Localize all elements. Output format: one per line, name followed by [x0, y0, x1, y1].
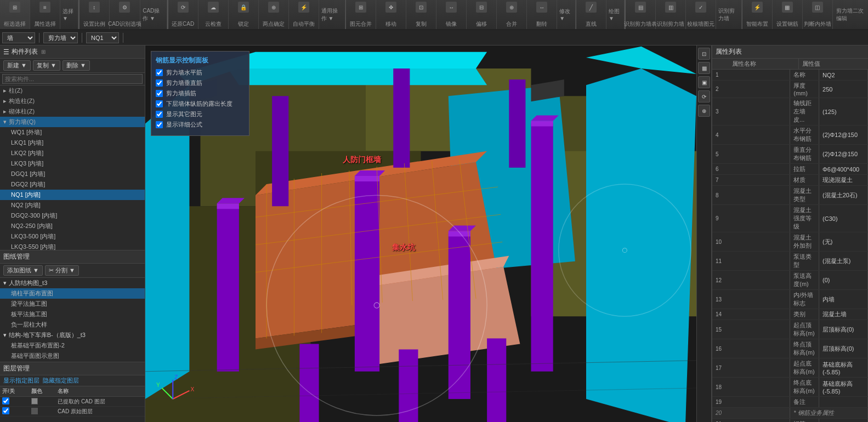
layer-1-checkbox[interactable]	[0, 397, 29, 407]
layer-row-2[interactable]: CAD 原始图层	[0, 407, 145, 417]
toolbar-judge-wall[interactable]: ◫ 判断内外墙	[803, 0, 833, 29]
drawing-group-1-header[interactable]: ▾ 人防结构图_t3	[0, 278, 145, 288]
cad-ops-label[interactable]: CAD操作 ▼	[143, 7, 164, 22]
rebar-option-2[interactable]: 剪力墙垂直筋	[156, 79, 245, 87]
rebar-option-1[interactable]: 剪力墙水平筋	[156, 69, 245, 77]
toolbar-lock[interactable]: 🔒 锁定	[229, 0, 259, 29]
id-wall-sub-label[interactable]: 识别剪力墙	[718, 7, 739, 22]
hide-layer-btn[interactable]: 隐藏指定图层	[43, 377, 79, 385]
new-component-btn[interactable]: 新建 ▼	[3, 60, 31, 71]
prop-row-4[interactable]: 4 水平分布钢筋 (2)Φ12@150	[712, 126, 868, 145]
toolbar-smart-layout[interactable]: ⚡ 智能布置	[742, 0, 773, 29]
add-drawing-btn[interactable]: 添加图纸 ▼	[3, 265, 43, 276]
rebar-cb-3[interactable]	[156, 90, 163, 97]
toolbar-line[interactable]: ╱ 直线	[576, 0, 606, 29]
toolbar-identify-wall-table[interactable]: ▤ 识别剪力墙表	[626, 0, 656, 29]
search-input[interactable]	[2, 74, 143, 84]
prop-row-18[interactable]: 18 终点底标高(m) 基础底标高(-5.85)	[712, 378, 868, 397]
drawing-item-beam[interactable]: 梁平法施工图	[0, 299, 145, 309]
toolbar-cloud-check[interactable]: ☁ 云检查	[198, 0, 229, 29]
category-construct-col[interactable]: ▸构造柱(Z)	[0, 96, 145, 106]
show-layer-btn[interactable]: 显示指定图层	[3, 377, 39, 385]
toolbar-flip[interactable]: ↔ 翻转	[527, 0, 557, 29]
toolbar-check-wall[interactable]: ✓ 校核墙图元	[686, 0, 716, 29]
wall-item-lkq3-550[interactable]: LKQ3-550 [内墙]	[0, 242, 145, 250]
prop-row-14[interactable]: 14 类别 混凝土墙	[712, 309, 868, 320]
wall-item-lkq3[interactable]: LKQ3 [内墙]	[0, 158, 145, 169]
rebar-option-3[interactable]: 剪力墙插筋	[156, 89, 245, 98]
draw-label[interactable]: 绘图 ▼	[609, 8, 622, 21]
prop-row-10[interactable]: 10 混凝土外加剂 (无)	[712, 232, 868, 252]
drawing-group-2-header[interactable]: ▾ 结构-地下车库B-（底版）_t3	[0, 330, 145, 340]
wall-item-nq1[interactable]: NQ1 [内墙]	[0, 190, 145, 200]
copy-component-btn[interactable]: 复制 ▼	[33, 60, 60, 71]
prop-row-19[interactable]: 19 备注	[712, 397, 868, 408]
drawing-item-col-detail[interactable]: 负一层柱大样	[0, 320, 145, 330]
prop-row-7[interactable]: 7 材质 现浇混凝土	[712, 175, 868, 186]
center-3d-view[interactable]: X Y Z 钢筋显示控制面板 剪力墙水平筋 剪力墙垂直筋 剪力墙插筋	[145, 45, 696, 422]
category-brick-col[interactable]: ▸砌体柱(Z)	[0, 106, 145, 117]
rebar-cb-4[interactable]	[156, 100, 163, 107]
toolbar-restore-cad[interactable]: ⟳ 还原CAD	[168, 0, 198, 29]
toolbar-move[interactable]: ✥ 移动	[376, 0, 406, 29]
prop-row-16[interactable]: 16 终点顶标高(m) 层顶标高(0)	[712, 339, 868, 358]
prop-row-8[interactable]: 8 混凝土类型 (混凝土20石)	[712, 186, 868, 205]
toolbar-select[interactable]: ⊞ 框选选择	[0, 0, 30, 29]
prop-row-20[interactable]: 20 * 钢筋业务属性	[712, 408, 868, 419]
wall-item-dgq1[interactable]: DGQ1 [内墙]	[0, 169, 145, 179]
rebar-cb-1[interactable]	[156, 69, 163, 76]
toolbar-two-point[interactable]: ⊕ 两点确定	[259, 0, 289, 29]
view-icon-2[interactable]: ▦	[698, 62, 710, 74]
wall-item-nq2[interactable]: NQ2 [内墙]	[0, 200, 145, 210]
prop-row-15[interactable]: 15 起点顶标高(m) 层顶标高(0)	[712, 320, 868, 339]
wall-item-lkq2[interactable]: LKQ2 [内墙]	[0, 148, 145, 158]
view-icon-3[interactable]: ▣	[698, 76, 710, 88]
drawing-item-foundation[interactable]: 基础平面图示意图	[0, 351, 145, 361]
rebar-cb-2[interactable]	[156, 79, 163, 87]
prop-row-11[interactable]: 11 泵送类型 (混凝土泵)	[712, 252, 868, 271]
prop-row-3[interactable]: 3 轴线距左墙皮... (125)	[712, 98, 868, 126]
wall-item-wq1[interactable]: WQ1 [外墙]	[0, 127, 145, 138]
component-select[interactable]: NQ1	[86, 32, 119, 43]
prop-row-9[interactable]: 9 混凝土强度等级 (C30)	[712, 205, 868, 232]
wall-type-select[interactable]: 剪力墙	[43, 32, 78, 43]
wall-item-dgq2-300[interactable]: DGQ2-300 [内墙]	[0, 210, 145, 221]
wall-item-dgq2[interactable]: DGQ2 [内墙]	[0, 179, 145, 190]
prop-row-13[interactable]: 13 内/外墙标志 内墙	[712, 290, 868, 309]
layer-2-checkbox[interactable]	[0, 407, 29, 417]
prop-row-1[interactable]: 1 名称 NQ2	[712, 70, 868, 81]
toolbar-cad-opt[interactable]: ⚙ CAD识别选项	[110, 0, 140, 29]
wall-secondary-label[interactable]: 剪力墙二次编辑	[836, 7, 865, 22]
category-column[interactable]: ▸柱(Z)	[0, 85, 145, 96]
toolbar-identify-wall[interactable]: ▥ 识别剪力墙	[656, 0, 686, 29]
prop-row-6[interactable]: 6 拉筋 Φ6@400*400	[712, 164, 868, 175]
prop-row-21[interactable]: 21 钢筋	[712, 419, 868, 423]
delete-component-btn[interactable]: 删除 ▼	[63, 60, 90, 71]
wall-item-nq2-250[interactable]: NQ2-250 [内墙]	[0, 221, 145, 231]
rebar-cb-5[interactable]	[156, 111, 163, 118]
prop-row-5[interactable]: 5 垂直分布钢筋 (2)Φ12@150	[712, 145, 868, 164]
prop-row-2[interactable]: 2 厚度(mm) 250	[712, 81, 868, 98]
toolbar-set-rebar[interactable]: ▦ 设置钢筋	[773, 0, 803, 29]
drawing-item-pile[interactable]: 桩基础平面布置图-2	[0, 340, 145, 351]
select-sub-label[interactable]: 选择 ▼	[63, 8, 76, 21]
view-icon-5[interactable]: ⊕	[698, 105, 710, 117]
type-select[interactable]: 墙	[2, 32, 35, 43]
toolbar-auto-level[interactable]: ⚡ 自动平衡	[289, 0, 319, 29]
layer-row-1[interactable]: 已提取的 CAD 图层	[0, 397, 145, 407]
prop-row-12[interactable]: 12 泵送高度(m) (0)	[712, 271, 868, 290]
drawing-item-slab[interactable]: 板平法施工图	[0, 309, 145, 320]
toolbar-merge[interactable]: ⊞ 图元合并	[346, 0, 376, 29]
view-icon-4[interactable]: ⟳	[698, 90, 710, 102]
toolbar-mirror[interactable]: ↔ 镜像	[436, 0, 467, 29]
toolbar-combine[interactable]: ⊕ 合并	[497, 0, 527, 29]
toolbar-offset[interactable]: ⊟ 偏移	[467, 0, 497, 29]
drawing-item-wall[interactable]: 墙柱平面布置图	[0, 288, 145, 299]
toolbar-scale[interactable]: ↕ 设置比例	[80, 0, 110, 29]
wall-item-lkq3-500[interactable]: LKQ3-500 [内墙]	[0, 231, 145, 242]
prop-row-17[interactable]: 17 起点底标高(m) 基础底标高(-5.85)	[712, 358, 868, 378]
split-btn[interactable]: ✂ 分割 ▼	[45, 265, 79, 276]
toolbar-copy[interactable]: ⊡ 复制	[406, 0, 436, 29]
wall-item-lkq1[interactable]: LKQ1 [内墙]	[0, 138, 145, 148]
modify-label[interactable]: 修改 ▼	[559, 8, 572, 21]
